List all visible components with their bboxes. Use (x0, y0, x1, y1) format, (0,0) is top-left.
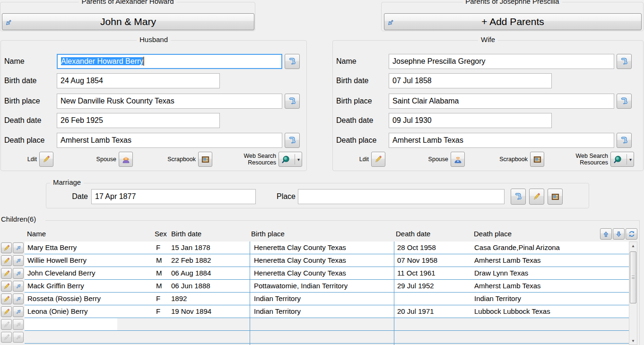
wife-add-parents-button[interactable]: + Add Parents (384, 13, 642, 30)
refresh-icon (628, 230, 635, 238)
goto-child-button[interactable] (13, 306, 24, 317)
wife-name-input[interactable]: Josephne Prescilla Gregory (389, 54, 614, 69)
female-person-icon (122, 155, 131, 164)
goto-child-button[interactable] (13, 319, 24, 330)
marriage-group: Marriage Date 17 Apr 1877 Place (46, 183, 589, 208)
goto-parents-icon (387, 17, 395, 29)
pencil-icon (3, 244, 10, 252)
marriage-source-button[interactable] (511, 189, 526, 205)
resort-children-button[interactable] (626, 228, 637, 240)
child-sex: F (156, 293, 160, 305)
child-birth-place: Pottawatomie, Indian Territory (254, 280, 348, 293)
edit-child-button[interactable] (1, 255, 12, 266)
husband-birth-place-label: Birth place (4, 94, 55, 109)
down-arrow-icon (615, 231, 622, 238)
edit-child-button[interactable] (1, 306, 12, 317)
husband-birth-place-input[interactable]: New Danville Rusk Counrty Texas (57, 94, 282, 109)
edit-child-button[interactable] (1, 293, 12, 304)
wife-websearch-button[interactable] (610, 152, 634, 167)
husband-parents-button[interactable]: John & Mary (2, 13, 254, 30)
edit-child-button[interactable] (1, 242, 12, 253)
scrollbar-up-icon[interactable] (629, 242, 637, 250)
source-scroll-icon (619, 96, 629, 106)
scrollbar-down-icon[interactable] (629, 337, 637, 345)
wife-birth-place-input[interactable]: Saint Clair Alabama (389, 94, 614, 109)
wife-birth-date-input[interactable]: 07 Jul 1858 (389, 73, 552, 88)
child-death-place: Lubbock Lubbock Texas (474, 305, 550, 318)
husband-death-date-input[interactable]: 26 Feb 1925 (57, 113, 220, 128)
marriage-date-input[interactable]: 17 Apr 1877 (91, 189, 256, 204)
husband-death-place-input[interactable]: Amherst Lamb Texas (57, 133, 282, 148)
child-birth-date: 19 Nov 1894 (171, 305, 211, 318)
wife-name-label: Name (336, 54, 387, 69)
marriage-edit-button[interactable] (529, 189, 544, 205)
wife-edit-label: Ldit (342, 156, 369, 163)
marriage-scrapbook-button[interactable] (548, 189, 563, 205)
husband-death-date-label: Death date (4, 113, 55, 128)
child-birth-date: 22 Feb 1882 (171, 254, 211, 267)
edit-child-button[interactable] (1, 268, 12, 279)
goto-arrow-icon (15, 309, 22, 315)
edit-child-button[interactable] (1, 281, 12, 292)
wife-birth-place-source-button[interactable] (617, 94, 632, 109)
scrollbar-thumb[interactable] (630, 251, 636, 303)
child-birth-place: Heneretta Clay County Texas (254, 254, 346, 267)
goto-child-button[interactable] (13, 268, 24, 279)
wife-spouse-button[interactable] (451, 152, 465, 167)
column-header-death-date: Death date (396, 230, 430, 238)
child-birth-place: Heneretta Clay County Texas (254, 267, 346, 280)
goto-arrow-icon (15, 283, 22, 290)
children-section-title: Children(6) (1, 215, 36, 223)
pencil-icon (532, 192, 541, 201)
wife-death-place-source-button[interactable] (617, 133, 632, 148)
edit-child-button[interactable] (1, 332, 12, 343)
husband-death-place-source-button[interactable] (285, 133, 300, 148)
table-row (0, 331, 644, 344)
pencil-icon (3, 283, 10, 290)
goto-child-button[interactable] (13, 332, 24, 343)
wife-name-source-button[interactable] (617, 54, 632, 69)
husband-websearch-button[interactable] (278, 152, 302, 167)
wife-websearch-label-line1: Web Search (575, 153, 608, 159)
goto-arrow-icon (15, 258, 22, 264)
goto-child-button[interactable] (13, 242, 24, 253)
husband-death-place-label: Death place (4, 133, 55, 148)
husband-name-input[interactable]: Alexander Howard Berry (57, 54, 282, 69)
scrapbook-icon (201, 155, 210, 164)
husband-edit-button[interactable] (39, 152, 53, 167)
wife-death-date-input[interactable]: 09 Jul 1930 (389, 113, 552, 128)
goto-child-button[interactable] (13, 293, 24, 304)
husband-scrapbook-button[interactable] (198, 152, 212, 167)
goto-arrow-icon (15, 321, 22, 328)
husband-group: Husband Name Alexander Howard Berry Birt… (0, 40, 307, 171)
parents-of-wife-title: Parents of Josephne Prescilla (462, 0, 562, 5)
wife-edit-button[interactable] (371, 152, 385, 167)
child-birth-date: 06 Aug 1884 (171, 267, 211, 280)
goto-child-button[interactable] (13, 281, 24, 292)
column-divider (250, 242, 250, 345)
husband-name-source-button[interactable] (285, 54, 300, 69)
goto-child-button[interactable] (13, 255, 24, 266)
marriage-place-input[interactable] (298, 189, 505, 204)
move-child-up-button[interactable] (600, 228, 612, 240)
husband-spouse-button[interactable] (119, 152, 133, 167)
table-row: Rosseta (Rossie) Berry F 1892 Indian Ter… (0, 293, 644, 305)
child-name: John Cleveland Berry (27, 267, 95, 280)
move-child-down-button[interactable] (613, 228, 625, 240)
edit-child-button[interactable] (1, 319, 12, 330)
marriage-place-label: Place (255, 189, 296, 204)
child-death-date: 20 Jul 1971 (397, 305, 434, 318)
source-scroll-icon (619, 57, 629, 66)
child-sex: F (156, 305, 160, 318)
children-scrollbar[interactable] (629, 242, 637, 345)
wife-scrapbook-button[interactable] (530, 152, 544, 167)
wife-death-place-input[interactable]: Amherst Lamb Texas (389, 133, 614, 148)
parents-of-husband-title: Parents of Alexander Howard (78, 0, 176, 5)
table-row: John Cleveland Berry M 06 Aug 1884 Hener… (0, 267, 644, 280)
wife-birth-place-label: Birth place (336, 94, 387, 109)
goto-arrow-icon (15, 245, 22, 251)
child-death-date: 07 Nov 1958 (397, 254, 437, 267)
pencil-icon (3, 270, 10, 277)
husband-birth-date-input[interactable]: 24 Aug 1854 (57, 73, 220, 88)
husband-birth-place-source-button[interactable] (285, 94, 300, 109)
